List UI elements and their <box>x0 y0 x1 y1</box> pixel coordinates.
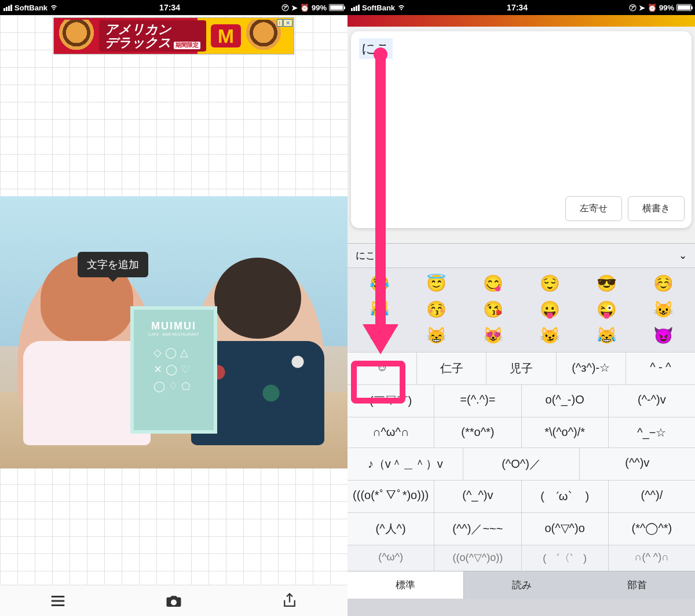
kaomoji-candidate[interactable]: ♪（v＾＿＾）v <box>348 448 463 480</box>
kaomoji-candidate[interactable]: (^^)／~~~ <box>434 513 521 545</box>
banner-ad[interactable]: アメリカン デラックス期間限定 M i ✕ <box>53 17 294 54</box>
lock-icon: ㋐ <box>281 2 289 13</box>
location-icon: ➤ <box>639 3 645 12</box>
ad-close-icon[interactable]: ✕ <box>283 19 292 27</box>
clock: 17:34 <box>405 3 629 12</box>
kaomoji-candidate[interactable]: (((o(*ﾟ▽ﾟ*)o))) <box>348 481 434 512</box>
emoji-candidate[interactable]: 😻 <box>481 326 505 345</box>
kaomoji-candidate[interactable]: 児子 <box>487 353 556 384</box>
add-text-tooltip[interactable]: 文字を追加 <box>78 252 148 277</box>
kaomoji-candidate[interactable]: ((o(^▽^)o)) <box>434 545 521 571</box>
emoji-candidate[interactable]: 😂 <box>367 274 392 293</box>
kaomoji-candidate[interactable]: (^^)/ <box>609 481 695 512</box>
wifi-icon <box>397 3 405 12</box>
emoji-candidate[interactable]: 😹 <box>594 326 619 345</box>
inserted-photo[interactable]: MUIMUI CAFE · BAR RESTAURANT ◇◯△✕◯♡◯♢⬠ <box>0 196 348 468</box>
emoji-candidate[interactable]: 😸 <box>424 326 448 345</box>
alarm-icon: ⏰ <box>648 3 657 12</box>
emoji-suggestions: 😂😇😋😌😎☺️😹😚😘😛😜😺😂😸😻😼😹😈 <box>348 268 695 352</box>
emoji-candidate[interactable]: 😎 <box>594 274 619 293</box>
tab-bushu[interactable]: 部首 <box>579 571 695 599</box>
ad-text: アメリカン デラックス期間限定 <box>99 20 206 52</box>
emoji-candidate[interactable]: 😛 <box>537 300 562 319</box>
alarm-icon: ⏰ <box>300 3 309 12</box>
signal-icon <box>3 5 12 11</box>
kaomoji-candidate[interactable]: (^_^)v <box>434 481 521 512</box>
carrier-label: SoftBank <box>14 3 47 12</box>
clock: 17:34 <box>58 3 281 12</box>
battery-pct: 99% <box>312 3 327 12</box>
battery-icon <box>676 4 692 11</box>
emoji-candidate[interactable]: 😋 <box>481 274 505 293</box>
kaomoji-candidate[interactable]: ( ˊωˋ ) <box>522 481 609 512</box>
kaomoji-suggestions: ☺仁子児子(^з^)-☆^ - ^(￣▽￣)=(^.^)=o(^_-)O(^-^… <box>348 352 695 571</box>
background-ad-strip <box>348 15 695 27</box>
emoji-candidate[interactable]: 😚 <box>424 300 448 319</box>
bottom-toolbar <box>0 585 348 616</box>
location-icon: ➤ <box>291 3 298 12</box>
emoji-candidate[interactable]: 😈 <box>651 326 675 345</box>
kaomoji-candidate[interactable]: =(^.^)= <box>434 385 521 417</box>
keyboard: にこ ⌄ 😂😇😋😌😎☺️😹😚😘😛😜😺😂😸😻😼😹😈 ☺仁子児子(^з^)-☆^ -… <box>348 243 695 616</box>
kaomoji-candidate[interactable]: ^_−☆ <box>609 417 695 448</box>
kaomoji-candidate[interactable]: ∩(^ ^)∩ <box>609 545 695 571</box>
battery-pct: 99% <box>659 3 674 12</box>
kaomoji-candidate[interactable]: *\(^o^)/* <box>522 417 609 448</box>
kaomoji-candidate[interactable]: (￣▽￣) <box>348 385 434 417</box>
kaomoji-candidate[interactable]: (**o^*) <box>434 417 521 448</box>
kaomoji-candidate[interactable]: (*^◯^*) <box>609 513 695 545</box>
camera-button[interactable] <box>116 585 232 616</box>
tab-standard[interactable]: 標準 <box>348 571 464 599</box>
battery-icon <box>329 4 344 11</box>
emoji-candidate[interactable]: 😜 <box>594 300 619 319</box>
lock-icon: ㋐ <box>629 2 637 13</box>
status-bar: SoftBank 17:34 ㋐ ➤ ⏰ 99% <box>0 0 348 15</box>
kaomoji-candidate[interactable]: ^ - ^ <box>626 353 695 384</box>
typed-text[interactable]: にこ <box>359 38 393 59</box>
kaomoji-candidate[interactable]: (^O^)／ <box>463 448 579 480</box>
left-screenshot: SoftBank 17:34 ㋐ ➤ ⏰ 99% アメリカン デラックス期間限定… <box>0 0 348 616</box>
emoji-candidate[interactable]: 😌 <box>537 274 562 293</box>
align-button[interactable]: 左寄せ <box>565 196 622 221</box>
burger-image <box>56 20 97 52</box>
kaomoji-candidate[interactable]: o(^▽^)o <box>522 513 609 545</box>
keyboard-tabs: 標準 読み 部首 <box>348 571 695 599</box>
kaomoji-candidate[interactable]: o(^_-)O <box>522 385 609 417</box>
kaomoji-candidate[interactable]: 仁子 <box>417 353 487 384</box>
carrier-label: SoftBank <box>362 3 395 12</box>
emoji-candidate[interactable]: 😼 <box>537 326 562 345</box>
kaomoji-candidate[interactable]: ∩^ω^∩ <box>348 417 434 448</box>
wifi-icon <box>50 3 58 12</box>
kaomoji-candidate[interactable]: (^-^)v <box>609 385 695 417</box>
emoji-candidate[interactable]: 😘 <box>481 300 505 319</box>
kaomoji-candidate[interactable]: (^人^) <box>348 513 434 545</box>
status-bar: SoftBank 17:34 ㋐ ➤ ⏰ 99% <box>348 0 695 15</box>
tab-yomi[interactable]: 読み <box>464 571 580 599</box>
menu-button[interactable] <box>0 585 116 616</box>
emoji-candidate[interactable]: 😺 <box>651 300 675 319</box>
kaomoji-candidate[interactable]: ☺ <box>348 353 417 384</box>
mcdonalds-logo: M <box>211 24 241 47</box>
menu-card-in-photo: MUIMUI CAFE · BAR RESTAURANT ◇◯△✕◯♡◯♢⬠ <box>130 306 217 434</box>
candidate-reading: にこ <box>356 249 375 262</box>
candidate-bar[interactable]: にこ ⌄ <box>348 244 695 268</box>
share-button[interactable] <box>232 585 348 616</box>
kaomoji-candidate[interactable]: (^^)v <box>580 448 695 480</box>
emoji-candidate[interactable]: 😇 <box>424 274 448 293</box>
signal-icon <box>351 5 360 11</box>
emoji-candidate[interactable]: 😹 <box>367 300 392 319</box>
right-screenshot: SoftBank 17:34 ㋐ ➤ ⏰ 99% にこ 左寄せ 横書き <box>348 0 695 616</box>
adchoices-icon[interactable]: i <box>277 19 283 27</box>
kaomoji-candidate[interactable]: ( ˊ〈ˋ ) <box>522 545 609 571</box>
orientation-button[interactable]: 横書き <box>628 196 685 221</box>
kaomoji-candidate[interactable]: (^з^)-☆ <box>557 353 626 384</box>
text-editor-card[interactable]: にこ 左寄せ 横書き <box>351 31 692 228</box>
emoji-candidate[interactable]: ☺️ <box>651 274 675 293</box>
emoji-candidate[interactable]: 😂 <box>367 326 392 345</box>
chevron-down-icon[interactable]: ⌄ <box>679 250 687 262</box>
kaomoji-candidate[interactable]: (^ω^) <box>348 545 434 571</box>
